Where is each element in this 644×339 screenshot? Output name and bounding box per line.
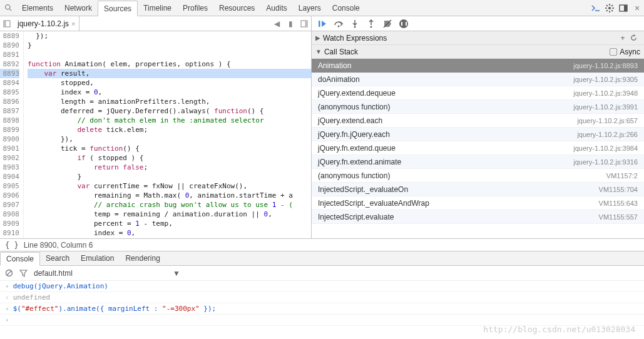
frame-name: InjectedScript._evaluateOn	[318, 185, 599, 194]
stack-frame[interactable]: (anonymous function)VM1157:2	[312, 169, 644, 183]
expand-icon[interactable]: ▶	[315, 34, 320, 41]
source-editor: 8889889088918892889388948895889688978898…	[0, 31, 312, 238]
file-tab[interactable]: jquery-1.10.2.js ×	[14, 16, 79, 31]
async-checkbox[interactable]	[610, 48, 617, 56]
editor-status-bar: { } Line 8900, Column 6	[0, 239, 644, 251]
context-dropdown-icon[interactable]: ▼	[173, 269, 180, 278]
frame-location: jquery-1.10.2.js:3984	[573, 144, 638, 152]
frame-name: doAnimation	[318, 75, 573, 84]
history-forward-icon[interactable]: ▮	[284, 19, 297, 28]
pause-on-exceptions-icon[interactable]	[396, 19, 412, 28]
frame-location: VM1155:643	[599, 200, 638, 207]
prompt-icon[interactable]: ›	[5, 316, 9, 324]
stack-frame[interactable]: InjectedScript._evaluateOnVM1155:704	[312, 183, 644, 196]
drawer-tab-emulation[interactable]: Emulation	[75, 251, 120, 265]
stack-frame[interactable]: jQuery.fn.jQuery.eachjquery-1.10.2.js:26…	[312, 128, 644, 141]
prompt-icon: ›	[5, 305, 9, 313]
frame-location: jquery-1.10.2.js:9305	[573, 76, 638, 83]
stack-frame[interactable]: doAnimationjquery-1.10.2.js:9305	[312, 73, 644, 86]
call-stack-title: Call Stack	[324, 48, 358, 56]
refresh-watch-icon[interactable]	[630, 34, 640, 41]
show-navigator-icon[interactable]	[0, 20, 14, 28]
filter-icon[interactable]	[19, 270, 28, 277]
tab-profiles[interactable]: Profiles	[177, 0, 213, 16]
console-output[interactable]: ›debug(jQuery.Animation)‹undefined›$("#e…	[0, 281, 644, 326]
cursor-position: Line 8900, Column 6	[24, 241, 93, 250]
frame-name: jQuery.extend.each	[318, 116, 577, 125]
dock-icon[interactable]	[616, 4, 630, 12]
clear-console-icon[interactable]	[5, 269, 13, 277]
frame-location: jquery-1.10.2.js:266	[577, 131, 638, 138]
stack-frame[interactable]: jQuery.fn.extend.animatejquery-1.10.2.js…	[312, 155, 644, 169]
frame-name: (anonymous function)	[318, 171, 606, 180]
frame-name: Animation	[318, 61, 573, 70]
stack-frame[interactable]: jQuery.extend.eachjquery-1.10.2.js:657	[312, 114, 644, 128]
svg-point-21	[354, 26, 356, 28]
step-into-icon[interactable]	[347, 19, 363, 28]
frame-location: VM1155:557	[599, 213, 638, 221]
tab-network[interactable]: Network	[59, 0, 98, 16]
add-watch-icon[interactable]: +	[618, 34, 628, 43]
call-stack-header[interactable]: ▼ Call Stack Async	[312, 45, 644, 59]
show-console-icon[interactable]	[589, 4, 603, 12]
drawer-tab-search[interactable]: Search	[40, 251, 75, 265]
svg-line-26	[7, 271, 11, 275]
frame-location: jquery-1.10.2.js:657	[577, 117, 638, 124]
deactivate-breakpoints-icon[interactable]	[379, 19, 396, 28]
svg-point-23	[371, 26, 372, 28]
svg-rect-15	[4, 21, 6, 27]
call-stack-list: Animationjquery-1.10.2.js:8893doAnimatio…	[312, 59, 644, 224]
watch-expressions-header[interactable]: ▶ Watch Expressions +	[312, 31, 644, 45]
settings-icon[interactable]	[603, 4, 616, 13]
close-icon[interactable]: ×	[630, 3, 644, 13]
search-icon[interactable]	[0, 4, 16, 12]
stack-frame[interactable]: Animationjquery-1.10.2.js:8893	[312, 59, 644, 73]
tab-console[interactable]: Console	[327, 0, 365, 16]
frame-location: jquery-1.10.2.js:3948	[573, 89, 638, 97]
console-toolbar: default.html ▼	[0, 266, 644, 281]
tab-layers[interactable]: Layers	[293, 0, 327, 16]
svg-point-19	[338, 25, 340, 27]
tab-timeline[interactable]: Timeline	[138, 0, 177, 16]
drawer-tab-console[interactable]: Console	[0, 252, 40, 266]
stack-frame[interactable]: jQuery.extend.dequeuejquery-1.10.2.js:39…	[312, 86, 644, 100]
pretty-print-icon[interactable]: { }	[5, 241, 19, 250]
show-debugger-icon[interactable]	[297, 20, 311, 28]
console-context[interactable]: default.html	[34, 269, 73, 278]
async-label: Async	[620, 48, 640, 56]
console-line[interactable]: ›	[0, 315, 644, 326]
watch-expressions-title: Watch Expressions	[323, 34, 387, 43]
code-area[interactable]: });} function Animation( elem, propertie…	[24, 31, 311, 238]
step-over-icon[interactable]	[330, 19, 347, 28]
stack-frame[interactable]: (anonymous function)jquery-1.10.2.js:399…	[312, 100, 644, 114]
frame-location: VM1155:704	[599, 186, 638, 193]
frame-name: jQuery.extend.dequeue	[318, 89, 573, 98]
frame-name: jQuery.fn.extend.animate	[318, 158, 573, 166]
tab-resources[interactable]: Resources	[213, 0, 260, 16]
stack-frame[interactable]: InjectedScript.evaluateVM1155:557	[312, 210, 644, 224]
svg-rect-18	[319, 21, 320, 27]
collapse-icon[interactable]: ▼	[315, 48, 322, 55]
svg-point-3	[608, 6, 611, 9]
tab-elements[interactable]: Elements	[16, 0, 59, 16]
debugger-sidebar: ▶ Watch Expressions + ▼ Call Stack Async…	[312, 31, 644, 238]
devtools-tab-bar: ElementsNetworkSourcesTimelineProfilesRe…	[0, 0, 644, 16]
prompt-icon: ›	[5, 282, 9, 290]
resume-icon[interactable]	[314, 19, 330, 28]
close-tab-icon[interactable]: ×	[71, 20, 75, 28]
console-line: ›debug(jQuery.Animation)	[0, 281, 644, 292]
drawer-tab-rendering[interactable]: Rendering	[120, 251, 165, 265]
stack-frame[interactable]: jQuery.fn.extend.queuejquery-1.10.2.js:3…	[312, 141, 644, 155]
frame-name: InjectedScript._evaluateAndWrap	[318, 199, 599, 208]
stack-frame[interactable]: InjectedScript._evaluateAndWrapVM1155:64…	[312, 196, 644, 210]
frame-name: InjectedScript.evaluate	[318, 213, 599, 221]
step-out-icon[interactable]	[363, 19, 379, 28]
history-back-icon[interactable]: ◀	[270, 19, 284, 28]
frame-name: jQuery.fn.extend.queue	[318, 144, 573, 153]
tab-sources[interactable]: Sources	[98, 1, 138, 16]
tab-audits[interactable]: Audits	[260, 0, 292, 16]
line-gutter[interactable]: 8889889088918892889388948895889688978898…	[0, 31, 24, 238]
frame-location: jquery-1.10.2.js:3991	[573, 103, 638, 111]
svg-line-1	[9, 9, 11, 11]
console-line: ›$("#effect").animate({ marginLeft : "-=…	[0, 303, 644, 315]
